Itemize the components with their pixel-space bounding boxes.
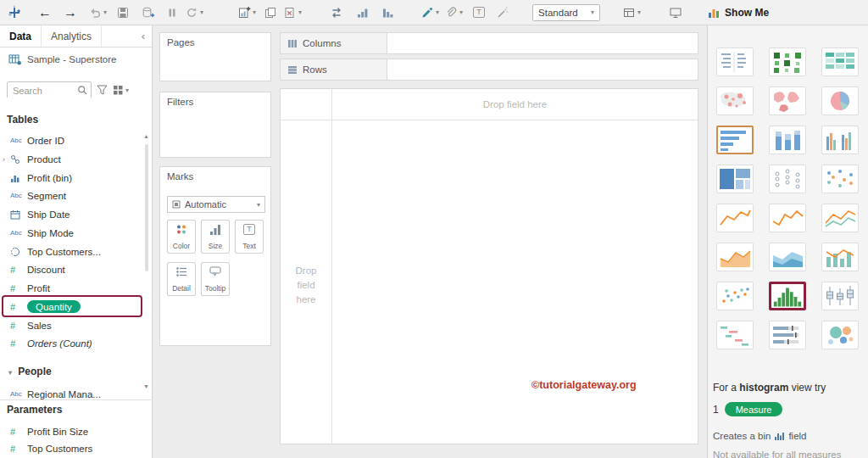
parameter-profit-bin-size[interactable]: # Profit Bin Size xyxy=(0,422,141,440)
rows-icon xyxy=(287,65,298,75)
showme-dual-combination[interactable] xyxy=(821,243,859,271)
scroll-up-button[interactable]: ▲ xyxy=(143,133,149,139)
rows-shelf[interactable]: Rows xyxy=(280,59,698,81)
field-label: Discount xyxy=(27,265,65,275)
field-label: Segment xyxy=(27,191,66,201)
showme-scatter-plot[interactable] xyxy=(716,282,754,310)
mark-type-dropdown[interactable]: Automatic ▾ xyxy=(167,196,265,213)
swap-axes-button[interactable] xyxy=(327,3,346,23)
field-sales[interactable]: # Sales xyxy=(0,316,141,334)
datasource-item[interactable]: Sample - Superstore xyxy=(0,49,153,70)
field-ship-mode[interactable]: Abc Ship Mode xyxy=(0,224,141,242)
back-button[interactable]: ← xyxy=(36,3,54,23)
caret-icon: ▾ xyxy=(125,87,129,94)
showme-gantt[interactable] xyxy=(716,321,754,349)
tab-analytics[interactable]: Analytics xyxy=(42,25,102,47)
new-worksheet-button[interactable]: ▾ xyxy=(237,3,256,23)
pages-shelf[interactable]: Pages xyxy=(159,32,271,81)
field-quantity[interactable]: # Quantity xyxy=(0,298,141,316)
showme-note-line: Not available for all measures xyxy=(713,450,842,458)
field-profit-bin[interactable]: Profit (bin) xyxy=(0,169,141,187)
show-me-button[interactable]: Show Me xyxy=(707,3,769,23)
show-cards-button[interactable]: ▾ xyxy=(622,3,641,23)
showme-symbol-map[interactable] xyxy=(716,87,754,115)
filters-shelf[interactable]: Filters xyxy=(159,92,271,158)
field-product[interactable]: › Product xyxy=(0,150,141,168)
field-orders-count[interactable]: # Orders (Count) xyxy=(0,334,141,352)
run-updates-button[interactable]: ▾ xyxy=(185,3,203,23)
clear-sheet-button[interactable]: ▾ xyxy=(283,3,302,23)
highlight-button[interactable]: ▾ xyxy=(420,3,439,23)
bin-field-icon xyxy=(775,432,784,440)
selected-field-pill[interactable]: Quantity xyxy=(27,300,81,313)
undo-button[interactable]: ▾ xyxy=(88,3,107,23)
field-label: Order ID xyxy=(27,136,64,146)
color-button[interactable]: Color xyxy=(167,220,196,254)
people-table-header[interactable]: ▾ People xyxy=(0,366,153,377)
columns-shelf-label: Columns xyxy=(281,33,387,53)
field-ship-date[interactable]: Ship Date xyxy=(0,205,141,223)
showme-stacked-bars[interactable] xyxy=(769,126,806,154)
showme-filled-map[interactable] xyxy=(769,87,806,115)
data-pane: Data Analytics ‹ Sample - Superstore ▾ T… xyxy=(0,25,153,458)
caret-icon: ▾ xyxy=(459,8,463,16)
forward-button[interactable]: → xyxy=(61,3,80,23)
set-field-icon xyxy=(10,247,20,257)
detail-button[interactable]: Detail xyxy=(167,262,196,296)
showme-text-table[interactable] xyxy=(716,47,754,76)
showme-bullet-graph[interactable] xyxy=(769,321,806,349)
parameter-top-customers[interactable]: # Top Customers xyxy=(0,439,141,457)
drop-field-hint-top[interactable]: Drop field here xyxy=(332,89,698,120)
collapse-pane-button[interactable]: ‹ xyxy=(135,25,152,47)
showme-side-by-side-circles[interactable] xyxy=(821,165,859,193)
scrollbar-thumb[interactable] xyxy=(145,144,148,271)
parameters-header: Parameters xyxy=(7,404,62,416)
collapse-table-icon[interactable]: ▾ xyxy=(8,369,12,377)
tableau-logo[interactable] xyxy=(5,3,24,23)
showme-histogram[interactable] xyxy=(769,282,806,310)
view-options-button[interactable]: ▾ xyxy=(113,85,129,95)
new-datasource-button[interactable] xyxy=(139,3,158,23)
showme-dual-lines[interactable] xyxy=(821,204,859,232)
showme-lines-discrete[interactable] xyxy=(769,204,806,232)
showme-pie-chart[interactable] xyxy=(821,87,859,115)
tooltip-button[interactable]: Tooltip xyxy=(201,262,230,296)
showme-highlight-table[interactable] xyxy=(821,47,859,76)
showme-circle-views[interactable] xyxy=(769,165,806,193)
field-discount[interactable]: # Discount xyxy=(0,260,141,278)
showme-area-discrete[interactable] xyxy=(769,243,806,271)
sort-descending-button[interactable] xyxy=(378,3,397,23)
showme-box-and-whisker[interactable] xyxy=(821,282,859,310)
tab-data[interactable]: Data xyxy=(0,25,42,47)
showme-lines-continuous[interactable] xyxy=(716,204,754,232)
sort-ascending-button[interactable] xyxy=(353,3,371,23)
showme-heat-map[interactable] xyxy=(769,47,806,76)
expand-chevron-icon[interactable]: › xyxy=(3,155,10,164)
showme-area-continuous[interactable] xyxy=(716,243,754,271)
text-button[interactable]: T Text xyxy=(235,220,264,254)
size-button[interactable]: Size xyxy=(201,220,230,254)
drop-field-hint-left[interactable]: Drop field here xyxy=(281,264,331,307)
showme-horizontal-bars[interactable] xyxy=(716,126,754,154)
fit-dropdown[interactable]: Standard ▾ xyxy=(532,4,600,21)
attachment-button[interactable]: ▾ xyxy=(444,3,463,23)
format-wand-button[interactable] xyxy=(493,3,512,23)
field-top-customers-set[interactable]: Top Customers... xyxy=(0,243,141,260)
field-profit[interactable]: # Profit xyxy=(0,279,141,297)
showme-side-by-side-bars[interactable] xyxy=(821,126,859,154)
pause-updates-button[interactable] xyxy=(163,3,181,23)
text-label-button[interactable]: T xyxy=(470,3,488,23)
caret-icon: ▾ xyxy=(257,201,260,209)
string-field-icon: Abc xyxy=(10,192,22,199)
save-button[interactable] xyxy=(114,3,132,23)
worksheet-canvas[interactable]: Drop field here Drop field here ©tutoria… xyxy=(280,88,698,444)
columns-shelf[interactable]: Columns xyxy=(280,32,698,54)
field-segment[interactable]: Abc Segment xyxy=(0,187,141,204)
duplicate-sheet-button[interactable] xyxy=(261,3,280,23)
scroll-down-button[interactable]: ▼ xyxy=(143,383,149,389)
field-order-id[interactable]: Abc Order ID xyxy=(0,131,141,149)
showme-treemap[interactable] xyxy=(716,165,754,193)
showme-packed-bubbles[interactable] xyxy=(821,321,859,349)
presentation-button[interactable] xyxy=(666,3,685,23)
filter-icon[interactable] xyxy=(97,85,108,95)
